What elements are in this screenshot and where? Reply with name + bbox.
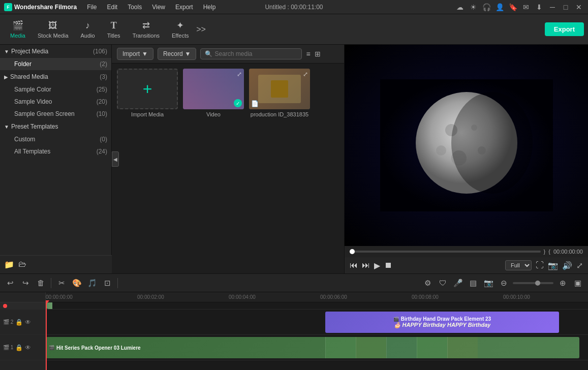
toolbar-more[interactable]: >> xyxy=(195,23,207,36)
stock-icon: 🖼 xyxy=(48,20,57,31)
sidebar-item-sample-video[interactable]: Sample Video (20) xyxy=(0,96,111,108)
play-button[interactable]: ▶ xyxy=(374,261,380,270)
grid-icon[interactable]: ⊞ xyxy=(315,50,321,58)
user-icon[interactable]: 👤 xyxy=(494,2,505,12)
media-panel: Import ▼ Record ▼ 🔍 ≡ ⊞ + Import Media xyxy=(112,45,344,273)
toolbar-transitions[interactable]: ⇄ Transitions xyxy=(127,18,166,41)
ruler-mark-4: 00:00:08:00 xyxy=(412,294,439,300)
volume-button[interactable]: 🔊 xyxy=(562,261,572,270)
cut-button[interactable]: ✂ xyxy=(55,277,68,289)
toolbar-media[interactable]: 🎬 Media xyxy=(4,18,32,41)
birthday-clip[interactable]: 🎬 Birthday Hand Draw Pack Element 23 🎂 H… xyxy=(325,312,559,333)
minimize-icon[interactable]: ─ xyxy=(547,2,558,12)
media-item-production[interactable]: ⤢ 📄 production ID_3831835 xyxy=(249,69,310,117)
folder-icon[interactable]: 🗁 xyxy=(18,260,26,269)
crop-button[interactable]: ⊡ xyxy=(101,277,113,289)
quality-select[interactable]: Full xyxy=(505,260,532,270)
track-1-lock[interactable]: 🔒 xyxy=(15,344,23,351)
sidebar-item-custom[interactable]: Custom (0) xyxy=(0,133,111,145)
video-clip-icon2: 🎬 xyxy=(49,345,54,350)
menu-edit[interactable]: Edit xyxy=(103,3,121,12)
filter-icon[interactable]: ≡ xyxy=(306,50,310,58)
import-button[interactable]: Import ▼ xyxy=(117,48,153,60)
fullscreen-button[interactable]: ⛶ xyxy=(536,261,544,270)
sidebar: ▼ Project Media (106) Folder (2) ▶ Share… xyxy=(0,45,112,273)
close-icon[interactable]: ✕ xyxy=(574,2,584,12)
export-button[interactable]: Export xyxy=(545,22,584,36)
toolbar-stock-media[interactable]: 🖼 Stock Media xyxy=(32,18,75,41)
thumb-rest xyxy=(478,337,579,358)
media-item-video[interactable]: ⤢ ✓ Video xyxy=(183,69,244,117)
track-row-1: 🎬 Hit Series Pack Opener 03 Lumiere xyxy=(46,335,588,360)
media-item-import[interactable]: + Import Media xyxy=(117,69,178,117)
video-clip[interactable]: 🎬 Hit Series Pack Opener 03 Lumiere xyxy=(46,337,579,358)
add-folder-icon[interactable]: 📁 xyxy=(4,260,14,269)
caption-button[interactable]: ▤ xyxy=(467,277,479,289)
cloud-icon[interactable]: ☁ xyxy=(455,2,465,12)
menu-file[interactable]: File xyxy=(83,3,101,12)
sidebar-section-project-media[interactable]: ▼ Project Media (106) xyxy=(0,45,111,58)
sidebar-section-preset-templates[interactable]: ▼ Preset Templates xyxy=(0,120,111,133)
search-box[interactable]: 🔍 xyxy=(200,48,302,59)
redo-button[interactable]: ↪ xyxy=(19,277,32,289)
circle-minus-button[interactable]: ⊖ xyxy=(498,277,510,289)
menu-tools[interactable]: Tools xyxy=(123,3,146,12)
menu-help[interactable]: Help xyxy=(199,3,220,12)
maximize-icon[interactable]: □ xyxy=(561,2,571,12)
step-back-button[interactable]: ⏭ xyxy=(362,261,370,270)
folder-count: (2) xyxy=(100,60,107,68)
zoom-slider[interactable] xyxy=(513,282,553,284)
mic-button[interactable]: 🎤 xyxy=(452,277,464,289)
menu-view[interactable]: View xyxy=(148,3,169,12)
undo-button[interactable]: ↩ xyxy=(4,277,16,289)
sidebar-item-sample-green[interactable]: Sample Green Screen (10) xyxy=(0,108,111,120)
sun-icon[interactable]: ☀ xyxy=(468,2,478,12)
window-title: Untitled : 00:00:11:00 xyxy=(265,4,323,11)
timeline-content: 🎬 2 🔒 👁 🎬 1 🔒 👁 00:00:00:00 00:00:02:00 … xyxy=(0,292,588,370)
slider-thumb xyxy=(350,249,355,254)
delete-button[interactable]: 🗑 xyxy=(35,277,47,289)
panel-collapse-button[interactable]: ◀ xyxy=(112,151,119,167)
preview-slider[interactable] xyxy=(350,251,541,253)
color-button[interactable]: 🎨 xyxy=(71,277,83,289)
audio-button[interactable]: 🎵 xyxy=(86,277,98,289)
prev-frame-button[interactable]: ⏮ xyxy=(350,261,358,270)
project-media-count: (106) xyxy=(93,48,107,55)
mail-icon[interactable]: ✉ xyxy=(521,2,531,12)
timeline-toolbar: ↩ ↪ 🗑 ✂ 🎨 🎵 ⊡ ⚙ 🛡 🎤 ▤ 📷 ⊖ ⊕ ▣ xyxy=(0,274,588,292)
sidebar-item-all-templates[interactable]: All Templates (24) xyxy=(0,145,111,158)
track-2-lock[interactable]: 🔒 xyxy=(15,319,23,326)
stop-button[interactable]: ⏹ xyxy=(384,261,392,270)
sidebar-item-sample-color[interactable]: Sample Color (25) xyxy=(0,83,111,96)
birthday-clip-title: Birthday Hand Draw Pack Element 23 xyxy=(401,316,491,322)
download-icon[interactable]: ⬇ xyxy=(534,2,544,12)
menu-bar: F Wondershare Filmora File Edit Tools Vi… xyxy=(0,0,588,14)
shield-button[interactable]: 🛡 xyxy=(437,277,449,289)
toolbar-audio[interactable]: ♪ Audio xyxy=(75,18,101,41)
camera-small-button[interactable]: 📷 xyxy=(482,277,494,289)
ruler-mark-0: 00:00:00:00 xyxy=(46,294,73,300)
track-2-eye[interactable]: 👁 xyxy=(25,319,31,326)
record-button[interactable]: Record ▼ xyxy=(158,48,197,60)
search-input[interactable] xyxy=(214,50,297,57)
settings-button[interactable]: ⚙ xyxy=(421,277,434,289)
sidebar-item-folder[interactable]: Folder (2) xyxy=(0,58,111,70)
thumb-1 xyxy=(325,337,356,358)
playhead-line xyxy=(46,302,47,370)
titles-icon: T xyxy=(111,20,117,31)
circle-plus-button[interactable]: ⊕ xyxy=(556,277,569,289)
birthday-clip-header: 🎬 Birthday Hand Draw Pack Element 23 xyxy=(393,316,491,322)
menu-export[interactable]: Export xyxy=(171,3,197,12)
headphone-icon[interactable]: 🎧 xyxy=(481,2,491,12)
bookmark-icon[interactable]: 🔖 xyxy=(508,2,518,12)
toolbar-titles[interactable]: T Titles xyxy=(101,18,127,41)
screenshot-button[interactable]: 📷 xyxy=(548,261,558,270)
sidebar-section-shared-media[interactable]: ▶ Shared Media (3) xyxy=(0,70,111,83)
video-clip-title: Hit Series Pack Opener 03 Lumiere xyxy=(56,345,141,351)
toolbar-effects[interactable]: ✦ Effects xyxy=(166,18,195,41)
preview-progress-bar: } { 00:00:00:00 xyxy=(345,246,588,257)
track-1-eye[interactable]: 👁 xyxy=(25,344,31,351)
expand-button[interactable]: ⤢ xyxy=(576,261,583,270)
extra-button[interactable]: ▣ xyxy=(572,277,584,289)
sample-green-label: Sample Green Screen xyxy=(14,110,75,117)
